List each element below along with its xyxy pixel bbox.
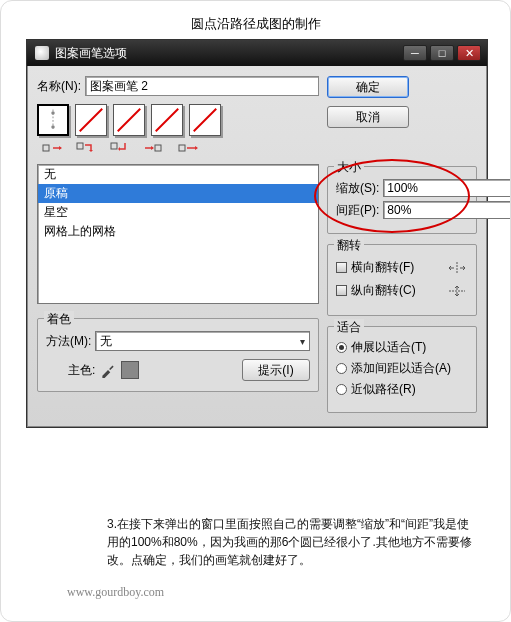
flip-group: 翻转 横向翻转(F) 纵向翻转(C) [327,244,477,316]
fit-addspace-radio[interactable] [336,363,347,374]
svg-line-6 [194,109,217,132]
list-item[interactable]: 星空 [38,203,318,222]
svg-line-3 [80,109,103,132]
eyedropper-icon[interactable] [99,361,117,379]
flip-h-icon [446,261,468,275]
role-side-icon [39,140,67,156]
key-color-swatch[interactable] [121,361,139,379]
flip-v-checkbox[interactable] [336,285,347,296]
name-input[interactable] [85,76,319,96]
method-value: 无 [100,333,112,350]
pattern-brush-dialog: 图案画笔选项 ─ □ ✕ 名称(N): [26,39,488,428]
scale-label: 缩放(S): [336,180,379,197]
role-outer-icon [73,140,101,156]
svg-point-1 [51,111,55,115]
tile-role-icons [37,140,319,156]
svg-line-4 [118,109,141,132]
ok-button[interactable]: 确定 [327,76,409,98]
tile-inner-corner[interactable] [113,104,145,136]
tile-previews [37,104,319,136]
cancel-button[interactable]: 取消 [327,106,409,128]
watermark: www.gourdboy.com [67,585,164,600]
method-select[interactable]: 无 ▾ [95,331,310,351]
maximize-button[interactable]: □ [430,45,454,61]
page-title: 圆点沿路径成图的制作 [1,1,510,43]
app-icon [35,46,49,60]
fit-stretch-radio[interactable] [336,342,347,353]
list-item[interactable]: 原稿 [38,184,318,203]
tips-button[interactable]: 提示(I) [242,359,310,381]
fit-approx-radio[interactable] [336,384,347,395]
flip-v-label: 纵向翻转(C) [351,282,416,299]
flip-h-label: 横向翻转(F) [351,259,414,276]
name-label: 名称(N): [37,78,81,95]
method-label: 方法(M): [46,333,91,350]
svg-rect-10 [155,145,161,151]
dialog-title: 图案画笔选项 [55,45,400,62]
svg-line-5 [156,109,179,132]
fit-group: 适合 伸展以适合(T) 添加间距以适合(A) 近似路径(R) [327,326,477,413]
spacing-input[interactable] [383,201,511,219]
minimize-button[interactable]: ─ [403,45,427,61]
spacing-label: 间距(P): [336,202,379,219]
fit-legend: 适合 [334,319,364,336]
svg-point-2 [51,125,55,129]
role-start-icon [141,140,169,156]
tutorial-footnote: 3.在接下来弹出的窗口里面按照自己的需要调整“缩放”和“间距”我是使用的100%… [107,515,477,569]
role-inner-icon [107,140,135,156]
flip-legend: 翻转 [334,237,364,254]
list-item[interactable]: 无 [38,165,318,184]
tint-group: 着色 方法(M): 无 ▾ 主色: 提示(I) [37,318,319,392]
svg-rect-7 [43,145,49,151]
flip-h-checkbox[interactable] [336,262,347,273]
close-button[interactable]: ✕ [457,45,481,61]
fit-stretch-label: 伸展以适合(T) [351,339,426,356]
tile-start[interactable] [151,104,183,136]
fit-addspace-label: 添加间距以适合(A) [351,360,451,377]
tile-outer-corner[interactable] [75,104,107,136]
svg-rect-9 [111,143,117,149]
pattern-list[interactable]: 无 原稿 星空 网格上的网格 [37,164,319,304]
key-color-label: 主色: [68,362,95,379]
tile-side[interactable] [37,104,69,136]
size-group: 大小 缩放(S): 间距(P): [327,166,477,234]
size-legend: 大小 [334,159,364,176]
scale-input[interactable] [383,179,511,197]
role-end-icon [175,140,203,156]
fit-approx-label: 近似路径(R) [351,381,416,398]
tile-end[interactable] [189,104,221,136]
svg-rect-11 [179,145,185,151]
chevron-down-icon: ▾ [300,336,305,347]
titlebar: 图案画笔选项 ─ □ ✕ [27,40,487,66]
flip-v-icon [446,284,468,298]
svg-rect-8 [77,143,83,149]
list-item[interactable]: 网格上的网格 [38,222,318,241]
tint-legend: 着色 [44,311,74,328]
